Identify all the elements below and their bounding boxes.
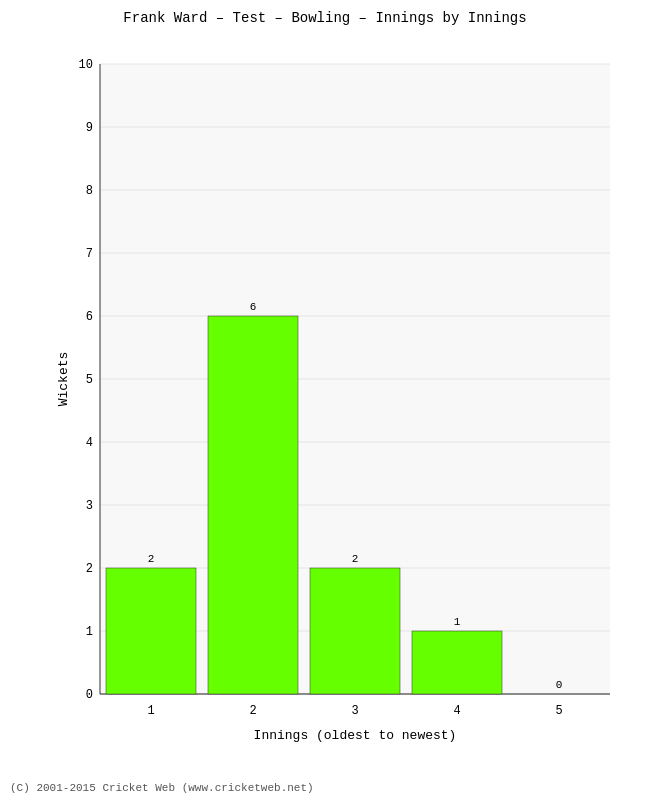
svg-text:2: 2	[86, 562, 93, 576]
x-axis-label: Innings (oldest to newest)	[254, 728, 457, 743]
svg-text:2: 2	[352, 553, 359, 565]
svg-text:8: 8	[86, 184, 93, 198]
x-label-1: 1	[147, 704, 154, 718]
x-label-5: 5	[555, 704, 562, 718]
svg-text:9: 9	[86, 121, 93, 135]
bar-chart: 10 9 8 7 6 5 4 3 2 1 0 Wickets 2	[55, 36, 630, 782]
x-label-4: 4	[453, 704, 460, 718]
bar-3	[310, 568, 400, 694]
bar-1	[106, 568, 196, 694]
svg-text:Wickets: Wickets	[56, 352, 71, 407]
svg-text:6: 6	[250, 301, 257, 313]
svg-text:6: 6	[86, 310, 93, 324]
chart-title: Frank Ward – Test – Bowling – Innings by…	[123, 10, 526, 26]
svg-text:0: 0	[86, 688, 93, 702]
copyright-text: (C) 2001-2015 Cricket Web (www.cricketwe…	[10, 782, 314, 794]
svg-text:1: 1	[86, 625, 93, 639]
svg-text:7: 7	[86, 247, 93, 261]
svg-text:0: 0	[556, 679, 563, 691]
svg-text:2: 2	[148, 553, 155, 565]
x-label-2: 2	[249, 704, 256, 718]
chart-area: 10 9 8 7 6 5 4 3 2 1 0 Wickets 2	[55, 36, 630, 782]
x-label-3: 3	[351, 704, 358, 718]
chart-container: Frank Ward – Test – Bowling – Innings by…	[0, 0, 650, 800]
svg-text:3: 3	[86, 499, 93, 513]
svg-text:5: 5	[86, 373, 93, 387]
bar-2	[208, 316, 298, 694]
svg-text:1: 1	[454, 616, 461, 628]
svg-text:4: 4	[86, 436, 93, 450]
bar-4	[412, 631, 502, 694]
svg-text:10: 10	[79, 58, 93, 72]
